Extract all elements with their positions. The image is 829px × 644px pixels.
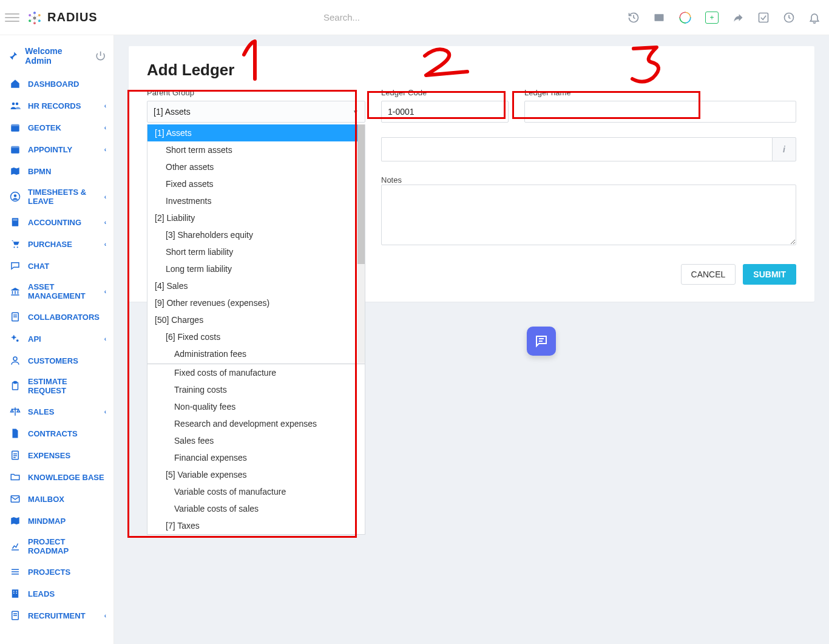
sidebar-item-mindmap[interactable]: MINDMAP — [0, 510, 113, 532]
ledger-code-input[interactable] — [381, 101, 509, 123]
sidebar-item-label: PROJECTS — [28, 568, 70, 577]
dropdown-option[interactable]: Short term assets — [147, 141, 365, 158]
bell-icon[interactable] — [808, 12, 821, 24]
power-icon[interactable] — [95, 50, 106, 62]
check-square-icon[interactable] — [757, 12, 770, 24]
dropdown-option[interactable]: [6] Fixed costs — [147, 328, 365, 345]
dropdown-option[interactable]: [4] Sales — [147, 277, 365, 294]
dropdown-option[interactable]: Administration fees — [147, 345, 365, 362]
sidebar-item-customers[interactable]: CUSTOMERS — [0, 350, 113, 371]
sidebar-item-dashboard[interactable]: DASHBOARD — [0, 73, 113, 95]
clipboard-icon — [10, 381, 21, 391]
dropdown-option[interactable]: [3] Shareholders equity — [147, 226, 365, 243]
dropdown-option[interactable]: [5] Variable expenses — [147, 466, 365, 483]
sidebar-item-sales[interactable]: SALES‹ — [0, 401, 113, 422]
sidebar-item-collaborators[interactable]: COLLABORATORS — [0, 306, 113, 328]
main-content: Add Ledger Parent Group [1] Assets ▼ [1]… — [114, 35, 829, 644]
sidebar-item-purchase[interactable]: PURCHASE‹ — [0, 233, 113, 255]
sidebar-item-estimate-request[interactable]: ESTIMATE REQUEST — [0, 371, 113, 401]
top-icon-bar: + — [628, 11, 821, 24]
dropdown-scrollbar[interactable] — [357, 124, 365, 363]
global-search[interactable] — [323, 12, 506, 22]
sidebar-item-chat[interactable]: CHAT — [0, 255, 113, 277]
dropdown-option[interactable]: Sales fees — [147, 432, 365, 449]
mail-icon — [10, 493, 21, 504]
dropdown-option[interactable]: Investments — [147, 192, 365, 209]
svg-line-9 — [35, 18, 39, 21]
sidebar-item-label: LEADS — [28, 589, 55, 598]
notes-label: Notes — [381, 175, 402, 185]
floating-chat-button[interactable] — [527, 327, 556, 356]
dropdown-option[interactable]: Long term liability — [147, 260, 365, 277]
dropdown-option[interactable]: Variable costs of manufacture — [147, 483, 365, 500]
svg-rect-47 — [12, 574, 19, 575]
dropdown-option[interactable]: [9] Other revenues (expenses) — [147, 294, 365, 311]
file-lines-icon — [10, 450, 21, 461]
svg-rect-21 — [11, 146, 19, 148]
sidebar-item-appointly[interactable]: APPOINTLY‹ — [0, 138, 113, 160]
ledger-name-label: Ledger name — [524, 88, 796, 97]
share-icon[interactable] — [732, 12, 744, 24]
sidebar-item-bpmn[interactable]: BPMN — [0, 160, 113, 182]
sidebar-item-label: MAILBOX — [28, 495, 64, 504]
dropdown-option[interactable]: Fixed costs of manufacture — [147, 364, 365, 381]
sidebar-item-leads[interactable]: LEADS — [0, 583, 113, 605]
submit-button[interactable]: SUBMIT — [743, 264, 796, 285]
clock-icon[interactable] — [783, 12, 795, 24]
sidebar-item-knowledge-base[interactable]: KNOWLEDGE BASE — [0, 466, 113, 488]
message-plus-icon[interactable]: + — [705, 12, 719, 24]
svg-rect-30 — [18, 291, 19, 294]
svg-point-17 — [16, 103, 19, 106]
notes-textarea[interactable] — [381, 185, 796, 245]
sidebar-item-project-roadmap[interactable]: PROJECT ROADMAP — [0, 532, 113, 561]
ledger-name-input[interactable] — [524, 101, 796, 123]
dropdown-option[interactable]: [2] Liability — [147, 209, 365, 226]
sidebar-item-mailbox[interactable]: MAILBOX — [0, 488, 113, 510]
dropdown-option[interactable]: [1] Assets — [147, 124, 365, 141]
sidebar-item-expenses[interactable]: EXPENSES — [0, 444, 113, 466]
dropdown-option[interactable]: Training costs — [147, 381, 365, 398]
map-icon — [10, 166, 21, 177]
parent-group-label: Parent Group — [147, 88, 365, 97]
sidebar-item-geotek[interactable]: GEOTEK‹ — [0, 117, 113, 138]
dropdown-option[interactable]: Research and development expenses — [147, 415, 365, 432]
sidebar-item-accounting[interactable]: ACCOUNTING‹ — [0, 211, 113, 233]
sidebar-item-projects[interactable]: PROJECTS — [0, 561, 113, 583]
brand-logo[interactable]: RADIUS — [27, 10, 98, 25]
svg-rect-29 — [15, 291, 16, 294]
parent-group-dropdown[interactable]: [1] AssetsShort term assetsOther assetsF… — [147, 124, 365, 535]
cart-icon — [10, 239, 21, 249]
dropdown-option[interactable]: [50] Charges — [147, 311, 365, 328]
sidebar-item-label: APPOINTLY — [28, 145, 72, 154]
sidebar-item-asset-management[interactable]: ASSET MANAGEMENT‹ — [0, 277, 113, 306]
dropdown-option[interactable]: Variable costs of sales — [147, 500, 365, 517]
secondary-input[interactable] — [381, 137, 772, 161]
dropdown-option[interactable]: Fixed assets — [147, 175, 365, 192]
sidebar-item-label: API — [28, 334, 41, 344]
history-icon[interactable] — [628, 12, 640, 24]
cancel-button[interactable]: CANCEL — [681, 264, 736, 285]
dropdown-option[interactable]: Other assets — [147, 158, 365, 175]
dropdown-option[interactable]: Non-quality fees — [147, 398, 365, 415]
search-input[interactable] — [323, 12, 506, 22]
sidebar-item-timesheets-leave[interactable]: TIMESHEETS & LEAVE‹ — [0, 182, 113, 211]
calendar-icon — [10, 122, 21, 133]
menu-toggle[interactable] — [5, 10, 19, 25]
svg-point-2 — [38, 19, 41, 22]
globe-color-icon[interactable] — [678, 11, 692, 24]
caret-down-icon: ▼ — [353, 109, 359, 115]
dropdown-option[interactable]: [7] Taxes — [147, 517, 365, 534]
chat-lines-icon — [534, 334, 549, 348]
sidebar-item-hr-records[interactable]: HR RECORDS‹ — [0, 95, 113, 117]
sidebar-item-recruitment[interactable]: RECRUITMENT‹ — [0, 605, 113, 626]
dropdown-option[interactable]: Financial expenses — [147, 449, 365, 466]
parent-group-select[interactable]: [1] Assets ▼ — [147, 101, 365, 123]
svg-rect-48 — [12, 589, 19, 598]
svg-point-4 — [29, 19, 31, 22]
info-button[interactable]: i — [772, 137, 796, 161]
sidebar-item-contracts[interactable]: CONTRACTS — [0, 422, 113, 444]
dropdown-scroll-thumb[interactable] — [357, 124, 365, 264]
sidebar-item-api[interactable]: API‹ — [0, 328, 113, 350]
card-icon[interactable] — [653, 12, 665, 24]
dropdown-option[interactable]: Short term liability — [147, 243, 365, 260]
